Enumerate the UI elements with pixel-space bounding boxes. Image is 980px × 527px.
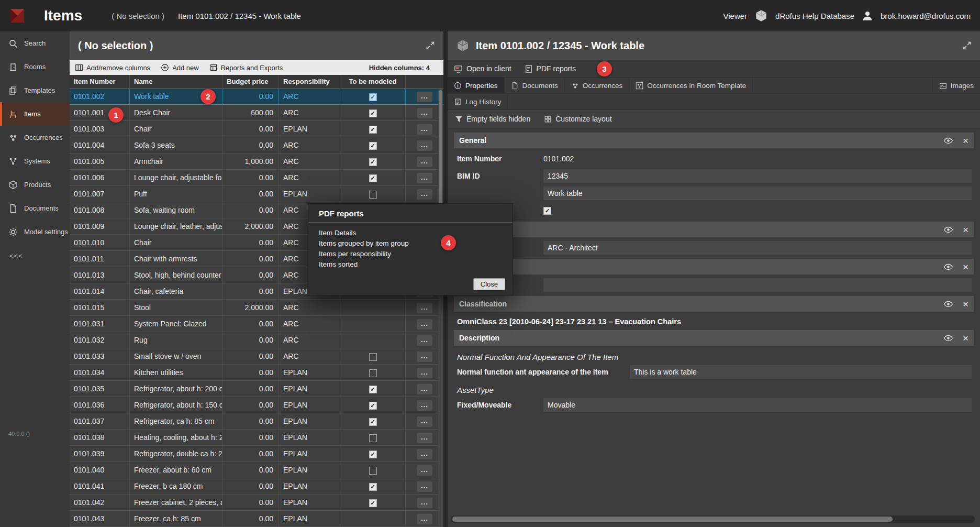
- vertical-scrollbar[interactable]: [438, 89, 443, 526]
- to-be-modeled-checkbox[interactable]: [369, 191, 377, 199]
- table-row[interactable]: 0101.039Refrigerator, double ca h: 2...0…: [70, 446, 443, 462]
- table-row[interactable]: 0101.031System Panel: Glazed0.00ARC...: [70, 316, 443, 332]
- field-input[interactable]: Movable: [543, 398, 972, 412]
- eye-icon[interactable]: [943, 264, 953, 270]
- row-more-button[interactable]: ...: [417, 303, 432, 313]
- row-more-button[interactable]: ...: [417, 400, 432, 411]
- scrollbar-thumb[interactable]: [452, 517, 893, 522]
- to-be-modeled-checkbox[interactable]: [369, 174, 377, 182]
- row-more-button[interactable]: ...: [417, 124, 432, 135]
- table-row[interactable]: 0101.003Chair0.00EPLAN...: [70, 121, 443, 137]
- row-more-button[interactable]: ...: [417, 173, 432, 183]
- user-icon[interactable]: [862, 10, 873, 21]
- table-row[interactable]: 0101.043Freezer, ca h: 85 cm0.00EPLAN...: [70, 511, 443, 527]
- eye-icon[interactable]: [943, 301, 953, 308]
- table-row[interactable]: 0101.007Puff0.00EPLAN...: [70, 186, 443, 202]
- row-more-button[interactable]: ...: [417, 335, 432, 346]
- row-more-button[interactable]: ...: [417, 514, 432, 524]
- column-header-budget-price[interactable]: Budget price: [222, 75, 279, 88]
- sidebar-item-documents[interactable]: Documents: [0, 196, 70, 220]
- expand-icon[interactable]: [962, 41, 972, 50]
- sidebar-item-products[interactable]: Products: [0, 173, 70, 196]
- to-be-modeled-checkbox[interactable]: [369, 93, 377, 101]
- row-more-button[interactable]: ...: [417, 384, 432, 394]
- sidebar-item-items[interactable]: Items: [0, 102, 70, 126]
- close-icon[interactable]: ×: [963, 262, 968, 272]
- close-icon[interactable]: ×: [963, 225, 968, 235]
- field-input[interactable]: This is a work table: [630, 365, 972, 379]
- to-be-modeled-checkbox[interactable]: [369, 467, 377, 475]
- to-be-modeled-checkbox[interactable]: [369, 434, 377, 442]
- close-icon[interactable]: ×: [963, 333, 968, 343]
- add-new-button[interactable]: Add new: [161, 63, 199, 72]
- tab-log-history[interactable]: Log History: [448, 94, 508, 109]
- row-more-button[interactable]: ...: [417, 108, 432, 118]
- sidebar-collapse-button[interactable]: <<<: [9, 252, 70, 260]
- tab-images[interactable]: Images: [932, 78, 980, 93]
- table-row[interactable]: 0101.004Sofa 3 seats0.00ARC...: [70, 137, 443, 153]
- pdf-reports-button[interactable]: PDF reports: [524, 64, 576, 73]
- sidebar-item-templates[interactable]: Templates: [0, 79, 70, 102]
- report-item[interactable]: Item Details: [319, 228, 502, 238]
- row-more-button[interactable]: ...: [417, 352, 432, 362]
- column-header-name[interactable]: Name: [130, 75, 222, 88]
- database-icon[interactable]: [754, 9, 768, 22]
- to-be-modeled-checkbox[interactable]: [369, 386, 377, 393]
- row-more-button[interactable]: ...: [417, 433, 432, 443]
- report-item[interactable]: Items sorted: [319, 259, 502, 270]
- to-be-modeled-checkbox[interactable]: [369, 353, 377, 361]
- to-be-modeled-checkbox[interactable]: [369, 499, 377, 507]
- close-icon[interactable]: ×: [963, 136, 968, 146]
- row-more-button[interactable]: ...: [417, 449, 432, 459]
- table-row[interactable]: 0101.036Refrigerator, about h: 150 cm0.0…: [70, 397, 443, 413]
- sidebar-item-model-settings[interactable]: Model settings: [0, 220, 70, 244]
- row-more-button[interactable]: ...: [417, 319, 432, 330]
- report-item[interactable]: Items grouped by item group: [319, 238, 502, 249]
- field-input[interactable]: Work table: [543, 186, 972, 200]
- eye-icon[interactable]: [943, 226, 953, 233]
- empty-fields-filter[interactable]: Empty fields hidden: [455, 115, 530, 123]
- sidebar-item-rooms[interactable]: Rooms: [0, 55, 70, 79]
- table-row[interactable]: 0101.033Small stove w / oven0.00ARC...: [70, 348, 443, 365]
- sidebar-item-occurrences[interactable]: Occurrences: [0, 126, 70, 149]
- tab-documents[interactable]: Documents: [505, 78, 565, 93]
- row-more-button[interactable]: ...: [417, 189, 432, 200]
- to-be-modeled-checkbox[interactable]: [369, 142, 377, 150]
- to-be-modeled-checkbox[interactable]: [369, 109, 377, 117]
- row-more-button[interactable]: ...: [417, 92, 432, 102]
- table-row[interactable]: 0101.041Freezer, b ca 180 cm0.00EPLAN...: [70, 478, 443, 495]
- close-icon[interactable]: ×: [963, 299, 968, 309]
- table-row[interactable]: 0101.034Kitchen utilities0.00EPLAN...: [70, 365, 443, 381]
- table-row[interactable]: 0101.001Desk Chair600.00ARC...: [70, 105, 443, 121]
- field-input[interactable]: 12345: [543, 169, 972, 183]
- to-be-modeled-checkbox[interactable]: [369, 451, 377, 458]
- table-row[interactable]: 0101.015Stool2,000.00ARC...: [70, 300, 443, 316]
- to-be-modeled-checkbox[interactable]: [369, 126, 377, 134]
- row-more-button[interactable]: ...: [417, 368, 432, 378]
- field-checkbox[interactable]: [543, 207, 551, 215]
- table-row[interactable]: 0101.035Refrigerator, about h: 200 cm0.0…: [70, 381, 443, 397]
- horizontal-scrollbar[interactable]: [451, 515, 975, 523]
- row-more-button[interactable]: ...: [417, 498, 432, 508]
- table-row[interactable]: 0101.006Lounge chair, adjustable fo...0.…: [70, 170, 443, 186]
- open-in-client-button[interactable]: Open in client: [454, 64, 511, 73]
- tab-properties[interactable]: Properties: [448, 78, 505, 93]
- database-name[interactable]: dRofus Help Database: [775, 12, 854, 20]
- row-more-button[interactable]: ...: [417, 140, 432, 151]
- expand-icon[interactable]: [426, 41, 435, 50]
- report-item[interactable]: Items per responsibility: [319, 249, 502, 259]
- to-be-modeled-checkbox[interactable]: [369, 158, 377, 166]
- table-row[interactable]: 0101.038Heating, cooling, about h: 2...0…: [70, 430, 443, 446]
- add-remove-columns-button[interactable]: Add/remove columns: [75, 63, 150, 72]
- field-input[interactable]: [543, 278, 972, 292]
- dialog-close-button[interactable]: Close: [473, 278, 505, 290]
- to-be-modeled-checkbox[interactable]: [369, 483, 377, 491]
- row-more-button[interactable]: ...: [417, 416, 432, 427]
- row-more-button[interactable]: ...: [417, 157, 432, 167]
- row-more-button[interactable]: ...: [417, 465, 432, 476]
- eye-icon[interactable]: [943, 137, 953, 144]
- to-be-modeled-checkbox[interactable]: [369, 402, 377, 410]
- table-row[interactable]: 0101.005Armchair1,000.00ARC...: [70, 153, 443, 170]
- sidebar-item-systems[interactable]: Systems: [0, 149, 70, 173]
- to-be-modeled-checkbox[interactable]: [369, 418, 377, 426]
